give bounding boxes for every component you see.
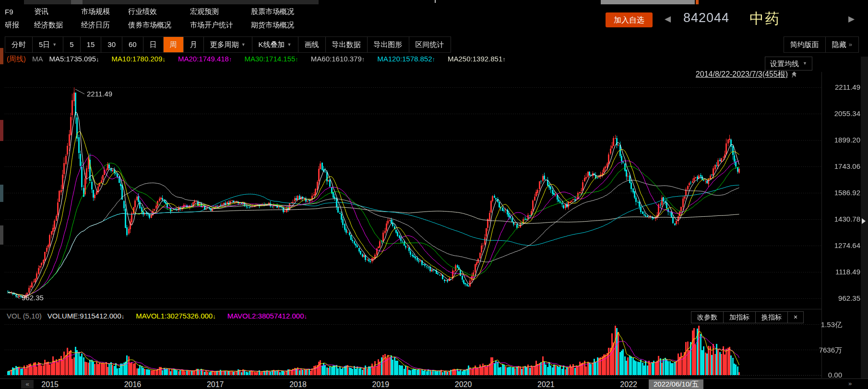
chevron-down-icon: ▼: [287, 37, 292, 52]
year-tick-label: 2020: [455, 380, 472, 389]
year-tick-label: 2022: [620, 380, 637, 389]
scroll-left-icon[interactable]: «: [21, 380, 34, 389]
left-collapsed-sidebar-mark[interactable]: [0, 48, 3, 64]
indicator-buttons: 改参数加指标换指标×: [691, 311, 804, 323]
price-tick-label: 1274.64: [822, 241, 860, 249]
toolbar-button[interactable]: 30 ▼: [101, 37, 122, 52]
menu-item[interactable]: 经济日历: [81, 21, 128, 30]
menu-item[interactable]: 行业绩效: [128, 7, 190, 16]
menu-item[interactable]: 期货市场概况: [251, 21, 294, 30]
toolbar-button-label: 区间统计: [416, 37, 444, 52]
toolbar-button-label: 30: [107, 37, 116, 52]
menu-row-2: 研报经济数据经济日历债券市场概况市场开户统计期货市场概况: [5, 18, 294, 32]
date-range-link[interactable]: 2014/8/22-2023/7/3(455根): [696, 70, 788, 80]
menu-item[interactable]: 研报: [5, 21, 34, 30]
volume-tick-label: 0.00: [804, 371, 842, 379]
background-window-strip: [24, 0, 319, 4]
price-tick-label: 1586.92: [822, 189, 860, 197]
toolbar-button-label: K线叠加: [259, 37, 285, 52]
year-tick-label: 2016: [124, 380, 142, 389]
ma-group-label: MA: [32, 55, 43, 63]
indicator-button[interactable]: 改参数: [691, 312, 724, 323]
chevron-down-icon: ▼: [52, 37, 57, 52]
toolbar-button[interactable]: 60 ▼: [122, 37, 143, 52]
toolbar-button-label: 导出图形: [374, 37, 403, 52]
vol-legend-entry: MAVOL2:38057412.000↓: [227, 312, 313, 320]
menu-item[interactable]: 债券市场概况: [128, 21, 190, 30]
menu-item[interactable]: 市场开户统计: [190, 21, 251, 30]
volume-tick-label: 1.53亿: [804, 320, 842, 330]
chevron-down-icon: »: [849, 37, 852, 52]
vol-legend-entry: VOLUME:9115412.000↓: [48, 312, 131, 320]
ma-legend-entry: MA10:1780.209↓: [112, 55, 172, 63]
toolbar-button-label: 日: [150, 37, 157, 52]
volume-tick-label: 7636万: [804, 346, 842, 355]
add-watchlist-button[interactable]: 加入自选: [606, 12, 653, 27]
low-annotation: 962.35: [22, 294, 44, 302]
prev-stock-arrow-icon[interactable]: ◀: [665, 14, 671, 24]
toolbar-button[interactable]: 5日 ▼: [33, 37, 63, 52]
toolbar-button-label: 月: [190, 37, 197, 52]
toolbar-button[interactable]: 日 ▼: [143, 37, 164, 52]
toolbar-button-label: 5: [70, 37, 73, 52]
scroll-right-icon[interactable]: »: [848, 380, 852, 387]
price-tick-label: 1118.49: [822, 268, 860, 276]
toolbar-button-label: 画线: [305, 37, 319, 52]
toolbar-button-label: 60: [129, 37, 137, 52]
scrollbar-arrow-icon[interactable]: [862, 218, 866, 224]
menu-item[interactable]: 市场规模: [81, 7, 128, 16]
menu-item[interactable]: 宏观预测: [190, 7, 251, 16]
chevron-down-icon: ▼: [803, 57, 807, 70]
pushpin-icon[interactable]: [790, 71, 797, 79]
menu-item[interactable]: 资讯: [34, 7, 81, 16]
toolbar-button[interactable]: 周 ▼: [164, 37, 184, 52]
stock-name: 中药: [749, 9, 780, 29]
toolbar-button[interactable]: 隐藏 »: [826, 37, 859, 52]
close-icon[interactable]: ×: [788, 312, 803, 323]
background-window-strip-light: [601, 0, 695, 4]
year-tick-label: 2019: [372, 380, 389, 389]
ma-legend-entry: MA30:1714.155↑: [244, 55, 304, 63]
time-axis-bar: « 20152016201720182019202020212022 2022/…: [0, 378, 868, 389]
toolbar-button[interactable]: K线叠加 ▼: [252, 37, 298, 52]
ma-legend-entry: MA120:1578.852↑: [377, 55, 441, 63]
ma-settings-label: 设置均线: [770, 57, 799, 70]
menu-item[interactable]: 经济数据: [34, 21, 81, 30]
ma-legend-entry: MA20:1749.418↑: [178, 55, 238, 63]
toolbar-button[interactable]: 月 ▼: [184, 37, 204, 52]
ma-legend-entry: MA5:1735.095↓: [49, 55, 106, 63]
toolbar-button[interactable]: 15 ▼: [81, 37, 102, 52]
volume-legend-row: VOL (5,10)VOLUME:9115412.000↓MAVOL1:3027…: [7, 312, 319, 320]
indicator-button[interactable]: 加指标: [724, 312, 756, 323]
next-stock-arrow-icon[interactable]: ▶: [848, 14, 855, 24]
year-tick-label: 2015: [41, 380, 59, 389]
menu-item[interactable]: F9: [5, 8, 34, 16]
vol-group-label: VOL (5,10): [7, 312, 42, 320]
left-collapsed-sidebar-mark[interactable]: [0, 225, 3, 245]
vertical-scrollbar[interactable]: [861, 57, 868, 389]
toolbar-button-label: 15: [87, 37, 95, 52]
ma-legend-entry: MA60:1610.379↑: [311, 55, 371, 63]
toolbar-button[interactable]: 更多周期 ▼: [204, 37, 252, 52]
indicator-button[interactable]: 换指标: [756, 312, 788, 323]
toolbar-button[interactable]: 区间统计 ▼: [409, 37, 451, 52]
toolbar-button[interactable]: 5 ▼: [63, 37, 80, 52]
period-toolbar: 分时 ▼ 5日 ▼ 5 ▼ 15 ▼ 30 ▼ 60 ▼ 日 ▼ 周 ▼ 月 ▼…: [5, 36, 451, 53]
toolbar-button[interactable]: 分时 ▼: [5, 37, 33, 52]
ma-settings-button[interactable]: 设置均线 ▼: [765, 57, 812, 71]
date-range-row: 2014/8/22-2023/7/3(455根): [696, 70, 797, 80]
toolbar-button-label: 分时: [12, 37, 26, 52]
high-annotation: 2211.49: [87, 90, 112, 98]
app-window: F9资讯市场规模行业绩效宏观预测股票市场概况 研报经济数据经济日历债券市场概况市…: [0, 0, 868, 389]
chevron-down-icon: ▼: [241, 37, 246, 52]
toolbar-button[interactable]: 导出数据 ▼: [326, 37, 368, 52]
menu-item[interactable]: 股票市场概况: [251, 7, 294, 16]
toolbar-button[interactable]: 简约版面 ▼: [784, 37, 826, 52]
left-collapsed-sidebar-mark[interactable]: [0, 120, 3, 141]
year-tick-label: 2021: [537, 380, 555, 389]
toolbar-button-label: 简约版面: [790, 37, 819, 52]
toolbar-button[interactable]: 导出图形 ▼: [368, 37, 409, 52]
toolbar-button[interactable]: 画线 ▼: [298, 37, 326, 52]
left-collapsed-sidebar-mark[interactable]: [0, 185, 3, 202]
price-tick-label: 1743.06: [822, 162, 860, 170]
